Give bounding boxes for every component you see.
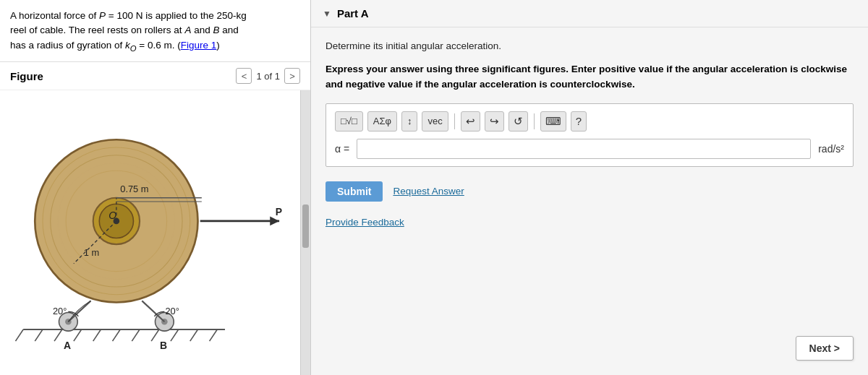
figure-canvas: O A B 20° [0, 90, 310, 375]
feedback-button[interactable]: Provide Feedback [326, 217, 404, 228]
figure-label: Figure [10, 70, 43, 82]
figure-area: Figure < 1 of 1 > [0, 62, 310, 375]
vec-label: vec [427, 116, 442, 126]
submit-button[interactable]: Submit [326, 181, 383, 202]
feedback-row: Provide Feedback [326, 216, 854, 228]
keyboard-icon: ⌨ [545, 115, 561, 128]
vec-button[interactable]: vec [422, 111, 448, 132]
svg-line-4 [74, 329, 82, 341]
redo-button[interactable]: ↪ [485, 111, 504, 132]
undo-button[interactable]: ↩ [461, 111, 480, 132]
svg-text:1 m: 1 m [84, 247, 99, 258]
keyboard-button[interactable]: ⌨ [540, 111, 566, 132]
answer-unit: rad/s² [818, 143, 844, 155]
svg-line-8 [151, 329, 159, 341]
svg-text:20°: 20° [165, 306, 179, 316]
undo-icon: ↩ [466, 115, 475, 128]
page-indicator: 1 of 1 [256, 71, 280, 82]
right-panel: ▼ Part A Determine its initial angular a… [311, 0, 868, 375]
answer-box: □√□ ΑΣφ ↕ vec ↩ [326, 103, 854, 167]
answer-label: α = [335, 143, 349, 155]
refresh-button[interactable]: ↺ [509, 111, 528, 132]
svg-text:A: A [64, 340, 71, 351]
svg-line-6 [113, 329, 121, 341]
svg-line-1 [15, 329, 23, 341]
figure-svg: O A B 20° [0, 90, 310, 375]
svg-line-10 [190, 329, 198, 341]
redo-icon: ↪ [490, 115, 499, 128]
help-icon: ? [576, 115, 582, 127]
collapse-icon[interactable]: ▼ [323, 9, 331, 19]
next-figure-button[interactable]: > [284, 68, 300, 84]
part-header: ▼ Part A [311, 0, 868, 27]
next-button[interactable]: Next > [796, 336, 854, 361]
left-panel: A horizontal force of P = 100 N is appli… [0, 0, 311, 375]
svg-line-5 [93, 329, 101, 341]
request-answer-button[interactable]: Request Answer [393, 186, 464, 197]
sigma-label: ΑΣφ [373, 116, 391, 126]
scrollbar[interactable] [300, 90, 310, 375]
figure1-link[interactable]: Figure 1 [181, 40, 217, 51]
figure-nav: < 1 of 1 > [236, 68, 300, 84]
answer-input[interactable] [357, 139, 811, 159]
svg-text:0.75 m: 0.75 m [120, 184, 148, 194]
toolbar-divider-2 [534, 113, 535, 129]
sqrt-button[interactable]: □√□ [335, 111, 363, 132]
svg-text:P: P [276, 206, 282, 217]
prev-figure-button[interactable]: < [236, 68, 252, 84]
arrows-label: ↕ [407, 116, 412, 126]
right-content: Determine its initial angular accelerati… [311, 27, 868, 375]
svg-line-11 [210, 329, 218, 341]
toolbar-divider-1 [454, 113, 455, 129]
svg-line-7 [132, 329, 140, 341]
refresh-icon: ↺ [514, 115, 523, 128]
svg-line-2 [35, 329, 43, 341]
toolbar: □√□ ΑΣφ ↕ vec ↩ [335, 111, 844, 132]
svg-line-3 [54, 329, 62, 341]
figure-header: Figure < 1 of 1 > [0, 62, 310, 90]
scroll-thumb [302, 204, 309, 248]
help-button[interactable]: ? [571, 111, 587, 132]
answer-row: α = rad/s² [335, 139, 844, 159]
problem-description: A horizontal force of P = 100 N is appli… [0, 0, 310, 62]
instruction-text-1: Determine its initial angular accelerati… [326, 39, 854, 53]
svg-line-27 [68, 301, 90, 322]
instruction-text-2: Express your answer using three signific… [326, 62, 854, 92]
svg-text:20°: 20° [53, 306, 67, 316]
problem-text-content: A horizontal force of P = 100 N is appli… [10, 10, 247, 51]
part-title: Part A [337, 7, 369, 20]
sigma-button[interactable]: ΑΣφ [367, 111, 397, 132]
svg-text:B: B [160, 340, 167, 351]
svg-text:O: O [109, 210, 116, 221]
svg-line-9 [171, 329, 179, 341]
svg-line-28 [142, 301, 164, 322]
arrows-button[interactable]: ↕ [401, 111, 418, 132]
sqrt-label: □√□ [341, 116, 357, 126]
submit-row: Submit Request Answer [326, 181, 854, 202]
